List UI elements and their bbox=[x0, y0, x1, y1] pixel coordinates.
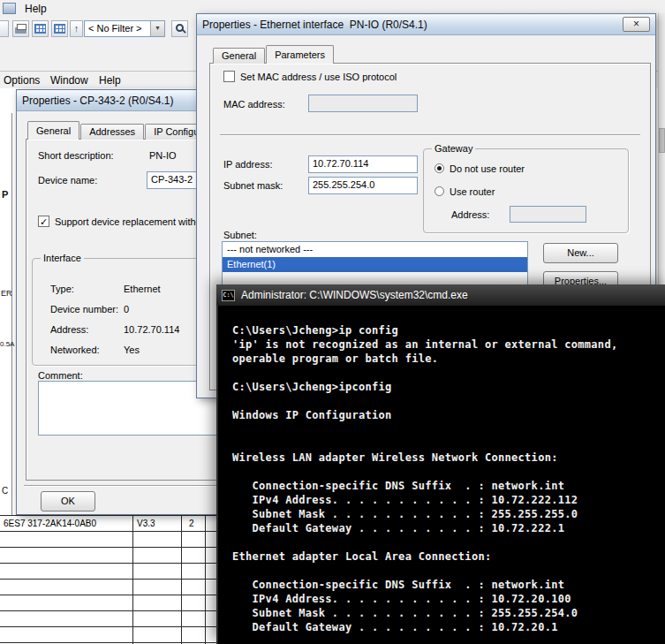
scrollbar-thumb[interactable] bbox=[659, 128, 665, 153]
menu-help-top[interactable]: Help bbox=[25, 3, 47, 15]
find-icon[interactable] bbox=[171, 20, 188, 37]
grid-glyph bbox=[34, 24, 46, 34]
mac-address-label: MAC address: bbox=[223, 99, 285, 110]
console-line: Windows IP Configuration bbox=[232, 408, 665, 422]
device-name-label: Device name: bbox=[38, 175, 97, 186]
rack-fragment: 0.5A bbox=[0, 340, 14, 348]
magnifier-glyph bbox=[176, 24, 184, 32]
slot-cell[interactable]: 2 bbox=[189, 519, 194, 528]
networked-label: Networked: bbox=[50, 345, 100, 355]
comment-label: Comment: bbox=[38, 370, 83, 381]
gateway-address-label: Address: bbox=[451, 209, 489, 220]
dialog-title: Properties - CP-343-2 (R0/S4.1) bbox=[22, 95, 173, 107]
console-line bbox=[232, 564, 665, 578]
printer-icon[interactable] bbox=[12, 20, 29, 37]
column-divider bbox=[181, 515, 182, 644]
ok-button[interactable]: OK bbox=[41, 491, 95, 511]
grid-icon[interactable] bbox=[32, 20, 49, 37]
rack-border-line bbox=[11, 113, 12, 515]
module-table: 6ES7 317-2AK14-0AB0 V3.3 2 bbox=[0, 515, 217, 644]
console-line bbox=[232, 394, 665, 408]
console-line bbox=[232, 422, 665, 436]
rack-fragment: ER bbox=[1, 289, 12, 298]
console-line: Connection-specific DNS Suffix . : netwo… bbox=[232, 479, 665, 493]
desktop: Help ↑ < No Filter > ▼ Options Window He… bbox=[0, 0, 665, 644]
type-value: Ethernet bbox=[124, 284, 161, 294]
filter-value: < No Filter > bbox=[88, 23, 142, 34]
dialog-title: Properties - Ethernet interface PN-IO (R… bbox=[202, 19, 427, 31]
subnet-list-label: Subnet: bbox=[223, 230, 257, 240]
menu-options[interactable]: Options bbox=[4, 74, 40, 87]
column-divider bbox=[132, 515, 133, 644]
address-value: 10.72.70.114 bbox=[124, 324, 179, 335]
grid-icon-2[interactable] bbox=[51, 20, 68, 37]
radio-no-router[interactable] bbox=[435, 163, 444, 173]
subnet-mask-input[interactable]: 255.255.254.0 bbox=[308, 177, 418, 194]
subnet-item-ethernet1[interactable]: Ethernet(1) bbox=[223, 257, 527, 272]
up-level-icon[interactable]: ↑ bbox=[70, 20, 83, 37]
console-line bbox=[232, 366, 665, 380]
radio-no-router-label[interactable]: Do not use router bbox=[450, 163, 525, 174]
address-label: Address: bbox=[50, 324, 88, 335]
console-line bbox=[232, 436, 665, 451]
menu-window[interactable]: Window bbox=[50, 74, 88, 87]
ip-address-input[interactable]: 10.72.70.114 bbox=[308, 155, 418, 173]
close-icon[interactable]: × bbox=[623, 17, 650, 32]
type-label: Type: bbox=[50, 284, 74, 294]
short-description-label: Short description: bbox=[38, 150, 114, 161]
order-number-cell[interactable]: 6ES7 317-2AK14-0AB0 bbox=[4, 519, 96, 528]
gateway-group: Gateway Do not use router Use router Add… bbox=[423, 148, 629, 233]
new-button[interactable]: New... bbox=[543, 243, 618, 263]
console-line: Default Gateway . . . . . . . . . : 10.7… bbox=[232, 521, 665, 535]
console-line: Connection-specific DNS Suffix . : netwo… bbox=[232, 578, 665, 592]
console-line: C:\Users\Jcheng>ipconfig bbox=[232, 380, 665, 394]
pnio-titlebar[interactable]: Properties - Ethernet interface PN-IO (R… bbox=[197, 14, 655, 35]
cmd-icon[interactable]: C:\ bbox=[222, 290, 235, 301]
firmware-cell[interactable]: V3.3 bbox=[137, 519, 155, 528]
console-line: C:\Users\Jcheng>ip config bbox=[232, 323, 665, 337]
device-number-label: Device number: bbox=[50, 304, 118, 314]
grid-glyph bbox=[54, 24, 65, 34]
app-icon[interactable] bbox=[3, 3, 16, 14]
gateway-group-title: Gateway bbox=[432, 143, 475, 154]
radio-use-router-label[interactable]: Use router bbox=[450, 186, 495, 197]
device-number-value: 0 bbox=[124, 304, 129, 314]
support-replacement-label[interactable]: Support device replacement witho bbox=[55, 216, 201, 227]
short-description-value: PN-IO bbox=[149, 150, 177, 161]
tab-addresses[interactable]: Addresses bbox=[80, 124, 144, 140]
toolbar-partial-icon[interactable] bbox=[0, 20, 9, 37]
interface-group-title: Interface bbox=[41, 253, 84, 263]
dropdown-arrow-icon[interactable]: ▼ bbox=[150, 21, 164, 36]
rack-fragment: P bbox=[2, 189, 8, 200]
console-line: 'ip' is not recognized as an internal or… bbox=[232, 337, 665, 352]
console-line: Subnet Mask . . . . . . . . . . . : 255.… bbox=[232, 606, 665, 620]
console-line: IPv4 Address. . . . . . . . . . . : 10.7… bbox=[232, 592, 665, 606]
networked-value: Yes bbox=[124, 345, 140, 355]
rack-fragment: C bbox=[2, 486, 8, 496]
cmd-titlebar[interactable]: C:\ Administrator: C:\WINDOWS\system32\c… bbox=[216, 284, 665, 306]
column-divider bbox=[205, 515, 206, 644]
support-replacement-checkbox[interactable]: ✓ bbox=[38, 216, 49, 227]
ip-address-label: IP address: bbox=[223, 159, 272, 170]
console-line: IPv4 Address. . . . . . . . . . . : 10.7… bbox=[232, 493, 665, 507]
console-area[interactable]: C:\Users\Jcheng>ip config 'ip' is not re… bbox=[218, 306, 665, 644]
scrollbar-track[interactable] bbox=[658, 13, 665, 284]
console-line bbox=[232, 465, 665, 479]
tab-general[interactable]: General bbox=[27, 121, 79, 140]
console-line: Subnet Mask . . . . . . . . . . . : 255.… bbox=[232, 507, 665, 521]
gateway-address-input bbox=[510, 206, 586, 223]
divider bbox=[220, 134, 640, 136]
tab-parameters[interactable]: Parameters bbox=[266, 45, 334, 64]
pnio-tab-strip: General Parameters bbox=[213, 44, 335, 64]
console-line bbox=[232, 535, 665, 549]
printer-glyph bbox=[15, 27, 26, 34]
filter-combobox[interactable]: < No Filter > ▼ bbox=[84, 20, 165, 37]
menu-help[interactable]: Help bbox=[99, 74, 121, 87]
set-mac-label[interactable]: Set MAC address / use ISO protocol bbox=[240, 72, 397, 82]
set-mac-checkbox[interactable] bbox=[223, 71, 235, 82]
console-line: Default Gateway . . . . . . . . . : 10.7… bbox=[232, 620, 665, 634]
radio-use-router[interactable] bbox=[435, 186, 444, 196]
subnet-item-not-networked[interactable]: --- not networked --- bbox=[223, 242, 527, 257]
tab-general[interactable]: General bbox=[213, 48, 265, 64]
subnet-mask-label: Subnet mask: bbox=[223, 180, 283, 191]
